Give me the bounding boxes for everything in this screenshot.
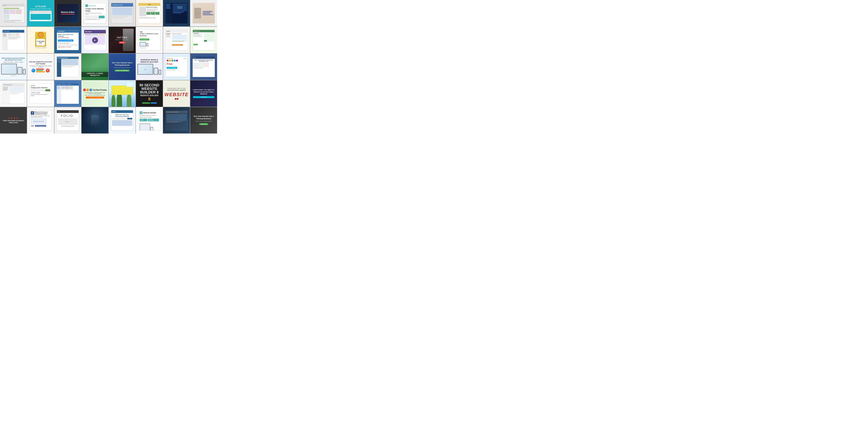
fb-shop-title: Why not set up a Facebook Shop?	[35, 111, 51, 115]
grid-cell-r5c3[interactable]: ● ● ● FOLIO. MANU ✎	[54, 107, 81, 133]
build-own-title: Build Your Own Free Professional Website	[112, 114, 132, 117]
grid-cell-r3c8[interactable]: ◀ ▶ SELL YOUR PRODUCTS ONLINE SHOPPING C…	[190, 54, 217, 80]
sitejam-sub: A simple, powerful website creator	[30, 8, 51, 9]
go-start-title: GoStartToday	[93, 89, 107, 91]
grid-cell-r1c2[interactable]: SITEJAM A simple, powerful website creat…	[27, 0, 54, 26]
grid-cell-r5c8[interactable]: Turn Your Passion into a Thriving Busine…	[190, 107, 217, 133]
online-software-title: ONLINE WEBSITE BUILDER SOFTWARE	[28, 61, 53, 65]
grid-cell-r1c6[interactable]: Logo Responsive Design Option 1 Option 2…	[136, 0, 163, 26]
grid-cell-r1c8[interactable]: Person	[190, 0, 217, 26]
grid-cell-r1c3[interactable]: Website Editor	[54, 0, 81, 26]
grid-cell-r4c6[interactable]: 90 SECOND WEBSITE BUILDER 8 WEBSITE BUIL…	[136, 80, 163, 107]
jimdo-title: Simply great websites.	[31, 87, 50, 89]
website-red-title: WEBSITE	[164, 92, 189, 97]
turn-passion2-sub: It Starts with a Beautiful Website!	[193, 121, 214, 122]
grid-cell-r1c5[interactable]: Mi página personal	[109, 0, 135, 26]
jimdo-sub: Over 1,000 Reasons to Choose Jimdo.	[31, 94, 50, 96]
grid-cell-r5c5[interactable]: website Build Your Own Free Professional…	[109, 107, 135, 133]
grid-cell-r4c1[interactable]: File Edit View Insert	[0, 80, 27, 107]
mobirise-title: MOBIRISE MOBILE WEBSITE BUILDER	[137, 59, 161, 63]
worker-text: YOUR WEB SITE	[36, 41, 45, 43]
grid-cell-r5c7[interactable]: Engineering ● Programming	[163, 107, 190, 133]
grid-cell-r4c5[interactable]	[109, 80, 135, 107]
grid-cell-r1c4[interactable]: Moonfruit Create a Free Website Today St…	[82, 0, 108, 26]
grid-cell-r1c1[interactable]	[0, 0, 27, 26]
go-start-sub: SURPRISINGLY SIMPLE, FREE AND EASY TO CU…	[84, 92, 106, 94]
grid-cell-r3c3[interactable]: Your Company Home	[54, 54, 81, 80]
grid-cell-r2c8[interactable]: Category Tree Filter Mode Sel	[190, 27, 217, 53]
sitejam-title: SITEJAM	[35, 5, 46, 8]
mix-flavor-title: Mix Flavor	[85, 31, 92, 32]
grid-cell-r3c4[interactable]: CREATE A FREE WEBSITE	[82, 54, 108, 80]
grid-cell-r1c7[interactable]: WebsiteBuilder	[163, 0, 190, 26]
tattoo-sub: BODY PIERCING	[115, 39, 129, 40]
website-builder-sub: Get online. Grow your business. Never mi…	[140, 115, 159, 118]
tattoo-title: TATTOO	[117, 36, 127, 39]
grid-cell-r3c1[interactable]: Build amazing responsive websites with a…	[0, 54, 27, 80]
grid-cell-r3c7[interactable]: website ●●● ★★★ Free GET STARTED ucoz we…	[163, 54, 190, 80]
company-home-title: Your Company Home	[58, 57, 67, 59]
website-builder-title: Website Builder	[143, 112, 156, 114]
grid-cell-r2c6[interactable]: idgy Create a website for your business.…	[136, 27, 163, 53]
grid-cell-r2c2[interactable]: YOUR WEB SITE Constructor character	[27, 27, 54, 53]
responsive-sub: Build for Desktops + Tablets + Mobile	[4, 62, 23, 63]
grid-cell-r2c3[interactable]: VideoBAM ● Make Your Own Free Website Ca…	[54, 27, 81, 53]
grid-cell-r5c1[interactable]: F R E E FREE Designer Business TEMPLATES	[0, 107, 27, 133]
grid-cell-r4c8[interactable]: EVERYTHING YOU NEED TO CREATE AN EXCEPTI…	[190, 80, 217, 107]
grid-cell-r2c5[interactable]: TATTOO BODY PIERCING Enter	[109, 27, 135, 53]
grid-cell-r3c5[interactable]: Turn Your Passion into a Thriving Busine…	[109, 54, 135, 80]
turn-passion-sub: It Starts with a Beautiful Website.	[112, 67, 133, 68]
online-software-sub: Comparing and reviewing the best website…	[28, 65, 53, 68]
idgy-title: Create a website for your business.	[140, 33, 159, 37]
grid-cell-r3c6[interactable]: MOBIRISE MOBILE WEBSITE BUILDER Site	[136, 54, 163, 80]
turn-passion-title: Turn Your Passion into a Thriving Busine…	[112, 62, 133, 66]
grid-cell-r4c7[interactable]: Everything you need to create AN EXCEPTI…	[163, 80, 190, 107]
folio-title: FOLIO.	[58, 114, 78, 118]
ninety-sec-title: 90 SECOND WEBSITE BUILDER 8	[137, 84, 161, 94]
ucoz-title: Free	[167, 62, 186, 65]
image-grid: SITEJAM A simple, powerful website creat…	[0, 0, 217, 133]
fb-shop-sub: We can publish your products into your (…	[31, 115, 51, 118]
grid-cell-r2c4[interactable]: Mix Flavor ▶	[82, 27, 108, 53]
create-free-title: Create a Free Website Today	[85, 8, 105, 12]
grid-cell-r5c6[interactable]: W Website Builder Get online. Grow your …	[136, 107, 163, 133]
grid-cell-r4c2[interactable]: jimdo Simply great websites. 5★ (239) 4★…	[27, 80, 54, 107]
make-website-title: Make Your Own Free Website	[58, 34, 78, 37]
sell-products-title: SELL YOUR PRODUCTS ONLINE SHOPPING CART	[193, 59, 214, 62]
create-free-website-title: CREATE A FREE WEBSITE	[83, 72, 107, 76]
grid-cell-r5c2[interactable]: f Why not set up a Facebook Shop? We can…	[27, 107, 54, 133]
grid-cell-r4c4[interactable]: GoStartToday SURPRISINGLY SIMPLE, FREE A…	[82, 80, 108, 107]
free-templates-title: FREE Designer Business TEMPLATES	[1, 120, 26, 124]
everything-need-title: EVERYTHING YOU NEED TO CREATE AN EXCEPTI…	[193, 89, 214, 95]
responsive-title: Build amazing responsive websites with a…	[1, 57, 26, 61]
grid-cell-r4c3[interactable]: Builder Templates Themes	[54, 80, 81, 107]
turn-passion2-title: Turn Your Passion into a Thriving Busine…	[193, 115, 214, 120]
grid-cell-r3c2[interactable]: ONLINE WEBSITE BUILDER SOFTWARE Comparin…	[27, 54, 54, 80]
grid-cell-r5c4[interactable]	[82, 107, 108, 133]
grid-cell-r2c1[interactable]: File Edit View	[0, 27, 27, 53]
grid-cell-r2c7[interactable]: website Category Welcome back Marcy Your…	[163, 27, 190, 53]
